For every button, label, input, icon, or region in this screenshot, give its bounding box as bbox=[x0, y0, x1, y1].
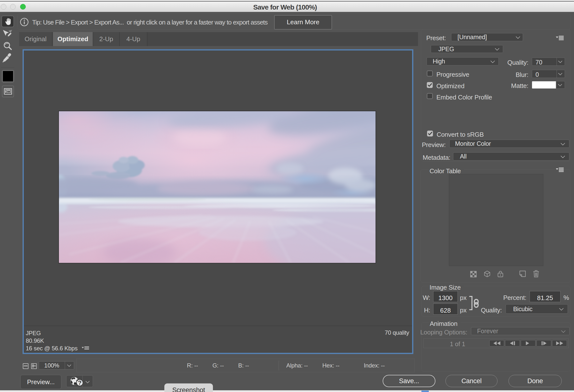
svg-text:?: ? bbox=[78, 379, 82, 386]
